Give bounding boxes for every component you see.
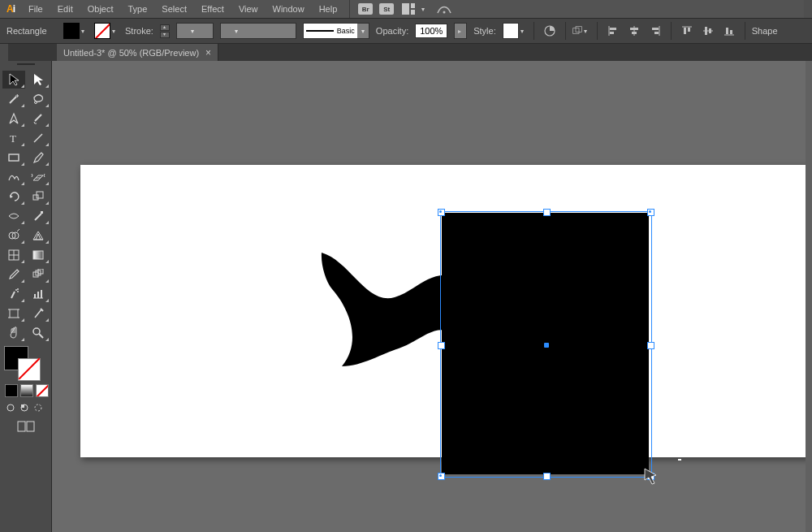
eraser-tool[interactable] xyxy=(27,168,50,186)
paintbrush-tool[interactable] xyxy=(27,149,50,167)
scale-tool[interactable] xyxy=(27,188,50,205)
align-to-button[interactable]: ▾ xyxy=(572,22,590,40)
lasso-tool[interactable] xyxy=(27,90,50,108)
stroke-weight-dropdown[interactable]: ▾ xyxy=(176,23,214,39)
stroke-color-box[interactable] xyxy=(18,358,41,381)
canvas-viewport[interactable] xyxy=(52,61,812,532)
draw-behind-button[interactable] xyxy=(19,402,30,413)
close-icon[interactable]: × xyxy=(205,47,211,58)
menu-window[interactable]: Window xyxy=(266,0,312,18)
align-hcenter-button[interactable] xyxy=(625,22,643,40)
opacity-input[interactable]: 100% xyxy=(415,24,447,38)
shape-mode-label[interactable]: Shape xyxy=(752,26,778,36)
curvature-tool[interactable] xyxy=(27,110,50,128)
fill-swatch-icon xyxy=(63,23,80,39)
document-tab[interactable]: Untitled-3* @ 50% (RGB/Preview) × xyxy=(57,44,218,62)
fill-stroke-indicator[interactable] xyxy=(0,347,51,379)
app-logo[interactable]: Ai xyxy=(0,0,21,18)
align-left-button[interactable] xyxy=(604,22,622,40)
eyedropper-tool[interactable] xyxy=(2,266,25,283)
graphic-style-label: Style: xyxy=(473,26,496,36)
selection-handle-e[interactable] xyxy=(647,342,654,349)
svg-rect-58 xyxy=(21,404,24,408)
svg-point-59 xyxy=(35,404,41,411)
stroke-weight-stepper[interactable]: ▴ ▾ xyxy=(160,24,170,38)
controlbar-divider xyxy=(671,22,672,40)
shape-builder-tool[interactable] xyxy=(2,227,25,244)
perspective-grid-tool[interactable] xyxy=(27,227,50,244)
shaper-tool[interactable] xyxy=(2,168,25,186)
gpu-preview-icon[interactable] xyxy=(436,3,452,15)
brush-definition-dropdown[interactable]: Basic ▾ xyxy=(303,23,369,39)
hand-tool[interactable] xyxy=(2,324,25,342)
graphic-style-dropdown[interactable]: ▾ xyxy=(503,23,527,39)
menu-view[interactable]: View xyxy=(231,0,266,18)
color-mode-solid[interactable] xyxy=(5,384,18,397)
color-mode-gradient[interactable] xyxy=(20,384,33,397)
svg-rect-47 xyxy=(41,290,42,298)
recolor-artwork-button[interactable] xyxy=(541,22,559,40)
variable-width-profile-dropdown[interactable]: ▾ xyxy=(220,23,296,39)
pen-tool[interactable] xyxy=(2,110,25,128)
chevron-down-icon: ▾ xyxy=(231,28,242,35)
artboard-tool[interactable] xyxy=(2,305,25,322)
selection-handle-ne[interactable] xyxy=(647,209,654,216)
selection-handle-nw[interactable] xyxy=(438,209,445,216)
align-top-button[interactable] xyxy=(678,22,696,40)
gradient-tool[interactable] xyxy=(27,246,50,264)
menu-object[interactable]: Object xyxy=(80,0,121,18)
align-right-button[interactable] xyxy=(646,22,664,40)
menu-select[interactable]: Select xyxy=(154,0,194,18)
color-mode-none[interactable] xyxy=(36,384,49,397)
symbol-sprayer-tool[interactable] xyxy=(2,285,25,303)
svg-rect-29 xyxy=(9,154,19,161)
chevron-down-icon: ▾ xyxy=(520,28,524,35)
menu-bar: Ai File Edit Object Type Select Effect V… xyxy=(0,0,812,19)
fill-swatch-button[interactable]: ▾ xyxy=(63,23,88,39)
column-graph-tool[interactable] xyxy=(27,285,50,303)
svg-rect-2 xyxy=(411,10,415,15)
stock-icon[interactable]: St xyxy=(379,3,394,15)
direct-selection-tool[interactable] xyxy=(27,71,50,89)
blend-tool[interactable] xyxy=(27,266,50,283)
magic-wand-tool[interactable] xyxy=(2,90,25,108)
slice-tool[interactable] xyxy=(27,305,50,322)
svg-rect-12 xyxy=(632,32,637,34)
line-segment-tool[interactable] xyxy=(27,129,50,147)
menu-edit[interactable]: Edit xyxy=(50,0,80,18)
align-bottom-button[interactable] xyxy=(720,22,738,40)
width-tool[interactable] xyxy=(2,207,25,225)
arrange-documents-button[interactable]: ▾ xyxy=(402,3,428,15)
menu-effect[interactable]: Effect xyxy=(194,0,231,18)
draw-normal-button[interactable] xyxy=(5,402,16,413)
free-transform-tool[interactable] xyxy=(27,207,50,225)
selection-tool[interactable] xyxy=(2,71,25,89)
screen-mode-button[interactable] xyxy=(0,420,51,433)
selection-handle-s[interactable] xyxy=(543,473,551,480)
menu-file[interactable]: File xyxy=(21,0,50,18)
svg-rect-17 xyxy=(684,28,686,34)
selection-bounding-box[interactable] xyxy=(440,211,652,478)
type-tool[interactable]: T xyxy=(2,129,25,147)
tools-panel: T xyxy=(0,61,52,532)
draw-inside-button[interactable] xyxy=(32,402,44,413)
selection-handle-n[interactable] xyxy=(543,209,551,216)
vector-shape-blob[interactable] xyxy=(317,244,456,376)
opacity-dropdown-arrow[interactable]: ▸ xyxy=(454,23,467,39)
rectangle-tool[interactable] xyxy=(2,149,25,167)
selection-handle-sw[interactable] xyxy=(438,473,445,480)
svg-rect-46 xyxy=(37,292,39,298)
mesh-tool[interactable] xyxy=(2,246,25,264)
selection-center-dot[interactable] xyxy=(544,343,549,348)
rotate-tool[interactable] xyxy=(2,188,25,205)
controlbar-divider xyxy=(565,22,566,40)
menu-type[interactable]: Type xyxy=(121,0,155,18)
selection-handle-w[interactable] xyxy=(438,342,445,349)
zoom-tool[interactable] xyxy=(27,324,50,342)
stroke-swatch-button[interactable]: ▾ xyxy=(94,23,119,39)
bridge-icon[interactable]: Br xyxy=(358,3,373,15)
svg-rect-24 xyxy=(730,30,732,34)
align-vcenter-button[interactable] xyxy=(699,22,717,40)
tools-panel-grip[interactable] xyxy=(0,61,51,67)
menu-help[interactable]: Help xyxy=(312,0,345,18)
